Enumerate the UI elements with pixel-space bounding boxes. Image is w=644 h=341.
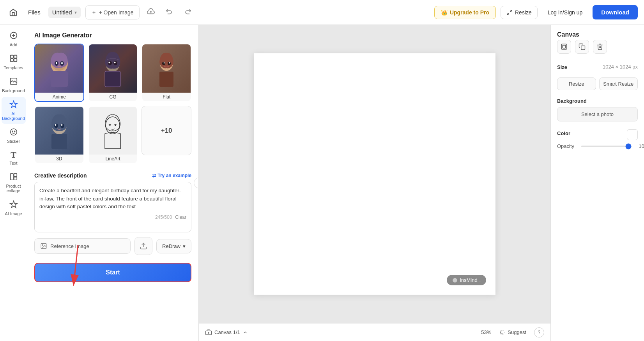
opacity-label: Opacity (557, 143, 577, 149)
redraw-button[interactable]: ReDraw ▾ (156, 239, 191, 253)
sidebar-item-ai-background[interactable]: AI Background (2, 97, 26, 124)
svg-rect-37 (51, 134, 67, 149)
undo-button[interactable] (162, 5, 176, 19)
style-card-img-flat (142, 44, 191, 93)
resize-btn[interactable]: Resize (557, 77, 596, 90)
svg-rect-2 (14, 55, 16, 58)
icon-sidebar: Add Templates Background AI Background S… (0, 25, 27, 341)
start-btn-container: Start (27, 260, 198, 290)
clear-button[interactable]: Clear (175, 214, 186, 221)
opacity-slider[interactable] (581, 146, 632, 147)
cloud-button[interactable] (144, 5, 157, 20)
svg-rect-24 (105, 71, 120, 87)
right-panel: Canvas Size 1024 × 1024 px Resize (550, 25, 644, 341)
sidebar-item-text[interactable]: T Text (2, 148, 26, 169)
title-chevron: ▾ (74, 10, 77, 15)
files-button[interactable]: Files (25, 7, 44, 18)
canvas-bottom-bar: Canvas 1/1 53% Suggest ? (199, 323, 550, 341)
frame-button[interactable] (557, 40, 571, 54)
style-card-flat[interactable]: Flat (142, 44, 191, 102)
svg-point-16 (56, 62, 57, 64)
sidebar-label-background: Background (2, 88, 25, 93)
redo-button[interactable] (181, 5, 195, 19)
sidebar-label-sticker: Sticker (7, 139, 20, 144)
style-card-3d[interactable]: 3D (34, 106, 84, 164)
panel-title: AI Image Generator (27, 25, 198, 44)
style-card-label-flat: Flat (142, 93, 191, 101)
select-photo-button[interactable]: Select a photo (557, 107, 638, 121)
sidebar-item-ai-image[interactable]: AI Image (2, 197, 26, 219)
svg-point-33 (54, 124, 58, 128)
start-button[interactable]: Start (34, 263, 191, 282)
svg-point-38 (106, 117, 120, 134)
resize-button[interactable]: Resize (501, 6, 538, 19)
style-card-img-cg (89, 44, 137, 93)
description-section-label: Creative description (34, 172, 87, 179)
sidebar-item-product-collage[interactable]: Product collage (2, 169, 26, 196)
sidebar-item-add[interactable]: Add (2, 28, 26, 50)
download-button[interactable]: Download (593, 5, 638, 19)
reference-image-button[interactable]: Reference Image (34, 238, 131, 254)
svg-point-35 (55, 124, 56, 126)
svg-rect-11 (14, 177, 16, 180)
sidebar-label-ai-background: AI Background (2, 111, 25, 121)
smart-resize-btn[interactable]: Smart Resize (599, 77, 638, 90)
svg-rect-9 (10, 174, 13, 180)
background-icon (9, 77, 18, 87)
title-button[interactable]: Untitled ▾ (48, 7, 81, 18)
svg-point-40 (115, 125, 116, 126)
login-button[interactable]: Log in/Sign up (542, 6, 588, 19)
description-text: Create a heartfelt and elegant birthday … (39, 187, 186, 211)
open-image-label: + Open Image (99, 9, 134, 16)
shuffle-icon: ⇄ (152, 173, 156, 178)
style-card-img-lineart (89, 107, 137, 155)
home-button[interactable] (6, 5, 20, 19)
suggest-button[interactable]: Suggest (496, 328, 529, 337)
style-card-img-3d (35, 107, 83, 155)
opacity-row: Opacity 100 (557, 143, 638, 149)
style-card-label-cg: CG (89, 93, 137, 101)
copy-button[interactable] (575, 40, 589, 54)
open-image-button[interactable]: ＋ + Open Image (85, 5, 140, 19)
style-card-label-3d: 3D (35, 155, 83, 163)
svg-rect-4 (14, 59, 16, 62)
svg-rect-48 (581, 46, 585, 50)
style-card-label-lineart: LineArt (89, 155, 137, 163)
help-button[interactable]: ? (534, 327, 544, 337)
ai-background-icon (9, 100, 18, 110)
try-example-button[interactable]: ⇄ Try an example (152, 173, 191, 178)
opacity-value: 100 (635, 143, 644, 149)
style-card-lineart[interactable]: LineArt (88, 106, 138, 164)
canvas-info[interactable]: Canvas 1/1 (205, 329, 248, 336)
sidebar-item-sticker[interactable]: Sticker (2, 125, 26, 147)
style-card-more[interactable]: +10 (142, 106, 191, 156)
upgrade-button[interactable]: 👑 Upgrade to Pro (434, 6, 496, 19)
style-card-cg[interactable]: CG (88, 44, 138, 102)
color-swatch[interactable] (627, 129, 638, 140)
canvas-white: insMind... (254, 53, 495, 295)
delete-button[interactable] (593, 40, 607, 54)
style-card-label-anime: Anime (35, 93, 83, 101)
suggest-label: Suggest (508, 329, 526, 335)
reference-image-label: Reference Image (50, 243, 89, 249)
sidebar-label-text: Text (9, 161, 17, 165)
svg-rect-18 (51, 71, 68, 87)
sticker-icon (9, 128, 18, 137)
upload-button[interactable] (134, 237, 152, 255)
left-panel: AI Image Generator (27, 25, 199, 341)
templates-icon (9, 54, 18, 64)
sidebar-item-templates[interactable]: Templates (2, 51, 26, 73)
description-box[interactable]: Create a heartfelt and elegant birthday … (34, 182, 191, 232)
sidebar-item-background[interactable]: Background (2, 74, 26, 96)
reference-row: Reference Image ReDraw ▾ (27, 237, 198, 260)
svg-rect-31 (159, 72, 173, 87)
style-card-anime[interactable]: Anime (34, 44, 84, 102)
size-section: Size 1024 × 1024 px Resize Smart Resize (557, 64, 638, 90)
char-count: 245/500 (155, 214, 172, 221)
text-icon: T (11, 151, 16, 159)
resize-label: Resize (515, 9, 532, 16)
add-icon (9, 31, 18, 41)
canvas-area: insMind... Canvas 1/1 53% Suggest ? (199, 25, 550, 341)
svg-point-28 (168, 62, 171, 65)
canvas-viewport[interactable]: insMind... (199, 25, 550, 323)
